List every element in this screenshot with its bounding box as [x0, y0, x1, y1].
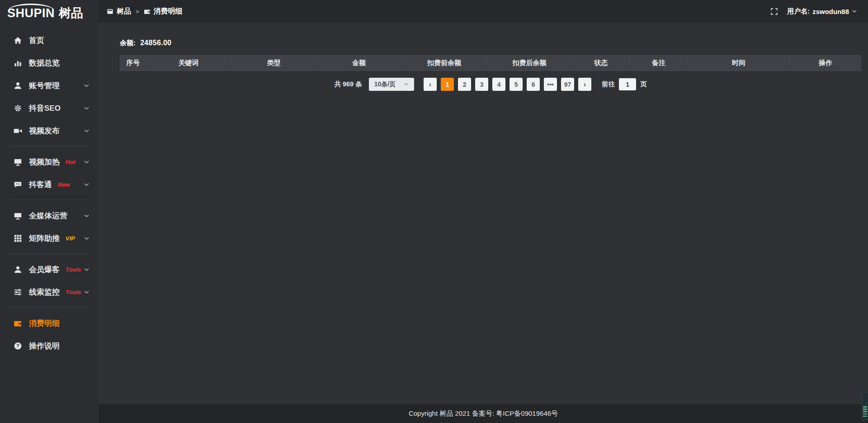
breadcrumb-item-current[interactable]: 消费明细 [144, 7, 183, 16]
sidebar-item-tag: New [58, 181, 70, 188]
sidebar-item-douyin-seo[interactable]: 抖音SEO [0, 97, 99, 119]
column-header: 类型 [231, 56, 316, 71]
fullscreen-icon[interactable] [770, 8, 778, 15]
copyright-text: Copyright 树品 2021 备案号: 粤ICP备09019646号 [409, 409, 558, 418]
more-pages-button[interactable]: ••• [544, 78, 557, 91]
chevron-down-icon [84, 182, 90, 188]
logo-text-cn: 树品 [59, 7, 83, 19]
page-button-97[interactable]: 97 [561, 78, 574, 91]
balance-label: 余额: [120, 39, 136, 47]
chevron-down-icon [84, 83, 90, 89]
sidebar-item-label: 视频加热 [29, 157, 60, 167]
svg-text:?: ? [16, 343, 19, 348]
sidebar-item-label: 数据总览 [29, 58, 60, 68]
page-button-6[interactable]: 6 [527, 78, 540, 91]
page-button-1[interactable]: 1 [441, 78, 454, 91]
footer: Copyright 树品 2021 备案号: 粤ICP备09019646号 [99, 404, 868, 423]
floating-side-widget[interactable] [862, 392, 868, 420]
goto-page: 前往 页 [602, 78, 647, 90]
total-count: 共 969 条 [334, 80, 362, 89]
gear-icon [14, 104, 22, 113]
sidebar-item-douketong[interactable]: 抖客通New [0, 173, 99, 196]
column-header: 序号 [120, 56, 146, 71]
sidebar-divider [8, 307, 90, 308]
breadcrumb-separator: > [136, 8, 139, 15]
chat-icon [14, 180, 22, 189]
chevron-down-icon [84, 213, 90, 219]
bar-chart-icon [14, 59, 22, 67]
sidebar-item-label: 抖客通 [29, 179, 52, 190]
sidebar-item-member-baoke[interactable]: 会员爆客Tools [0, 258, 99, 281]
goto-suffix: 页 [640, 80, 647, 89]
sidebar-item-label: 视频发布 [29, 126, 60, 136]
breadcrumb-label: 树品 [117, 7, 131, 16]
sidebar-item-account-management[interactable]: 账号管理 [0, 74, 99, 97]
balance-value: 24856.00 [140, 39, 171, 47]
sidebar-item-label: 矩阵助推 [29, 233, 60, 244]
question-icon: ? [14, 342, 22, 350]
balance: 余额: 24856.00 [120, 39, 861, 47]
home-icon [14, 36, 22, 45]
page-button-3[interactable]: 3 [475, 78, 488, 91]
column-header: 操作 [790, 56, 861, 71]
logo: SHUPIN 树品 [0, 0, 99, 26]
page-button-4[interactable]: 4 [492, 78, 505, 91]
column-header: 金额 [316, 56, 401, 71]
sidebar-item-video-heat[interactable]: 视频加热Hot [0, 150, 99, 173]
column-header: 时间 [688, 56, 790, 71]
sidebar-item-matrix-boost[interactable]: 矩阵助推VIP [0, 227, 99, 249]
sidebar-divider [8, 254, 90, 254]
monitor-icon [14, 212, 22, 220]
breadcrumb: 树品 > 消费明细 [107, 7, 183, 16]
sidebar-item-operation-guide[interactable]: ?操作说明 [0, 334, 99, 357]
chevron-down-icon [84, 267, 90, 273]
page-button-5[interactable]: 5 [509, 78, 523, 91]
chevron-down-icon [84, 289, 90, 295]
sidebar-divider [8, 146, 90, 146]
consumption-table: 序号关键词类型金额扣费前余额扣费后余额状态备注时间操作 [120, 55, 861, 71]
sidebar-item-tag: Tools [66, 289, 81, 296]
panel-icon [107, 8, 113, 15]
prev-page-button[interactable]: ‹ [424, 78, 437, 91]
topbar-right: 用户名: zswodun88 [770, 7, 857, 16]
username-value: zswodun88 [812, 8, 849, 15]
table-header-row: 序号关键词类型金额扣费前余额扣费后余额状态备注时间操作 [120, 56, 861, 71]
goto-page-input[interactable] [619, 78, 636, 90]
sidebar-item-tag: VIP [66, 235, 75, 242]
topbar: 树品 > 消费明细 用户名: zswodun88 [99, 0, 868, 23]
sidebar: SHUPIN 树品 首页数据总览账号管理抖音SEO视频发布视频加热Hot抖客通N… [0, 0, 99, 423]
next-page-button[interactable]: › [578, 78, 591, 91]
column-header: 备注 [630, 56, 688, 71]
chevron-down-icon [84, 235, 90, 241]
sidebar-item-label: 全媒体运营 [29, 211, 67, 221]
sidebar-item-media-operation[interactable]: 全媒体运营 [0, 204, 99, 227]
sidebar-item-tag: Hot [66, 159, 75, 165]
sidebar-item-label: 线索监控 [29, 287, 60, 297]
user-menu[interactable]: 用户名: zswodun88 [787, 7, 857, 16]
sidebar-item-home[interactable]: 首页 [0, 29, 99, 52]
breadcrumb-label: 消费明细 [154, 7, 183, 16]
goto-label: 前往 [602, 80, 615, 89]
video-camera-icon [14, 127, 22, 135]
sidebar-item-label: 会员爆客 [29, 264, 60, 275]
sidebar-item-video-publish[interactable]: 视频发布 [0, 119, 99, 142]
member-icon [14, 265, 22, 274]
sliders-icon [14, 288, 22, 296]
sidebar-item-tag: Tools [66, 266, 81, 273]
chevron-down-icon [84, 105, 90, 111]
sidebar-item-label: 抖音SEO [29, 103, 61, 113]
main-column: 树品 > 消费明细 用户名: zswodun88 余额: 24 [99, 0, 868, 423]
sidebar-item-data-overview[interactable]: 数据总览 [0, 52, 99, 74]
column-header: 扣费前余额 [401, 56, 486, 71]
page-size-select[interactable]: 10条/页 [369, 78, 414, 91]
page-button-2[interactable]: 2 [458, 78, 471, 91]
sidebar-item-label: 账号管理 [29, 80, 60, 91]
sidebar-item-label: 操作说明 [29, 341, 60, 351]
grid-icon [14, 234, 22, 243]
sidebar-item-leads-monitor[interactable]: 线索监控Tools [0, 281, 99, 303]
logo-text-en: SHUPIN [7, 7, 55, 19]
sidebar-item-consume-detail[interactable]: 消费明细 [0, 312, 99, 334]
screen-icon [14, 158, 22, 166]
column-header: 状态 [572, 56, 630, 71]
breadcrumb-item-home[interactable]: 树品 [107, 7, 131, 16]
